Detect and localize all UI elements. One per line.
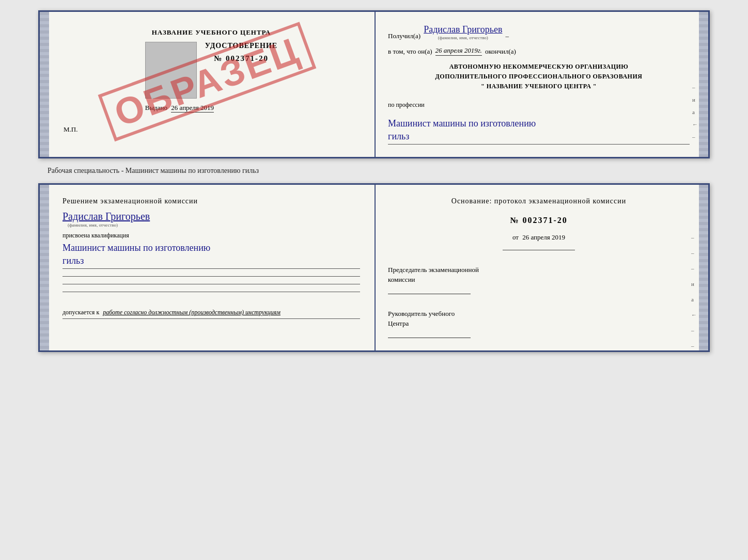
vibano-prefix: Выдано bbox=[145, 104, 167, 111]
udostoverenie-label: УДОСТОВЕРЕНИЕ bbox=[205, 42, 277, 50]
rukovoditel-block: Руководитель учебного Центра bbox=[388, 309, 690, 338]
top-doc-left: НАЗВАНИЕ УЧЕБНОГО ЦЕНТРА УДОСТОВЕРЕНИЕ №… bbox=[40, 12, 376, 157]
cert-number-top: № 002371-20 bbox=[205, 54, 277, 63]
osnovanie-title: Основание: протокол экзаменационной коми… bbox=[388, 197, 690, 205]
bottom-recipient-name: Радислав Григорьев bbox=[63, 211, 150, 222]
school-name-top: НАЗВАНИЕ УЧЕБНОГО ЦЕНТРА bbox=[145, 28, 277, 37]
dopuskaetsya-prefix: допускается к bbox=[63, 309, 99, 316]
poluchil-prefix: Получил(а) bbox=[388, 32, 420, 40]
dopuskaetsya-text: работе согласно должностным (производств… bbox=[103, 309, 280, 316]
ot-prefix: от bbox=[512, 233, 519, 241]
ot-row: от 26 апреля 2019 bbox=[388, 233, 690, 242]
vtom-row: в том, что он(а) 26 апреля 2019г. окончи… bbox=[388, 46, 690, 56]
field-line-2 bbox=[63, 284, 360, 284]
bottom-cert-number: № 002371-20 bbox=[388, 216, 690, 225]
profession-text: Машинист машины по изготовлению гильз bbox=[388, 117, 690, 145]
side-marks-top: – и а ← – bbox=[692, 84, 698, 140]
vibano-date: 26 апреля 2019 bbox=[171, 104, 214, 113]
predsedatel-line1: Председатель экзаменационной bbox=[388, 265, 690, 275]
bottom-name-sublabel: (фамилия, имя, отчество) bbox=[68, 222, 118, 228]
vtom-date: 26 апреля 2019г. bbox=[435, 46, 482, 56]
bottom-doc-left: Решением экзаменационной комиссии Радисл… bbox=[40, 185, 376, 350]
field-line-1 bbox=[63, 276, 360, 277]
name-sublabel: (фамилия, имя, отчество) bbox=[438, 35, 488, 40]
profession-label: по профессии bbox=[388, 101, 690, 109]
prisvoena-label: присвоена квалификация bbox=[63, 232, 360, 239]
bottom-qualification: Машинист машины по изготовлению гильз bbox=[63, 242, 360, 269]
mp-label: М.П. bbox=[58, 125, 77, 134]
field-line-4 bbox=[63, 318, 360, 319]
top-doc-right: Получил(а) Радислав Григорьев (фамилия, … bbox=[376, 12, 708, 157]
org-line3: " НАЗВАНИЕ УЧЕБНОГО ЦЕНТРА " bbox=[388, 82, 690, 91]
ot-date: 26 апреля 2019 bbox=[522, 233, 565, 241]
vtom-suffix: окончил(а) bbox=[485, 47, 516, 56]
dopuskaetsya-row: допускается к работе согласно должностны… bbox=[63, 293, 360, 316]
rukovoditel-line1: Руководитель учебного bbox=[388, 309, 690, 319]
between-label: Рабочая специальность - Машинист машины … bbox=[48, 167, 259, 175]
predsedatel-block: Председатель экзаменационной комиссии bbox=[388, 265, 690, 294]
rukovoditel-line2: Центра bbox=[388, 318, 690, 329]
resheniem-title: Решением экзаменационной комиссии bbox=[63, 197, 360, 205]
vibano-row: Выдано 26 апреля 2019 bbox=[145, 104, 277, 112]
field-line-3 bbox=[63, 292, 360, 292]
recipient-name: Радислав Григорьев bbox=[424, 24, 502, 35]
side-marks-bottom-right: – – – и а ← – – – – bbox=[691, 234, 697, 350]
predsedatel-signature bbox=[388, 287, 471, 294]
vtom-prefix: в том, что он(а) bbox=[388, 47, 432, 56]
predsedatel-line2: комиссии bbox=[388, 275, 690, 285]
org-line2: ДОПОЛНИТЕЛЬНОГО ПРОФЕССИОНАЛЬНОГО ОБРАЗО… bbox=[388, 72, 690, 82]
poluchil-row: Получил(а) Радислав Григорьев (фамилия, … bbox=[388, 24, 690, 40]
top-document: НАЗВАНИЕ УЧЕБНОГО ЦЕНТРА УДОСТОВЕРЕНИЕ №… bbox=[38, 10, 710, 158]
org-line1: АВТОНОМНУЮ НЕКОММЕРЧЕСКУЮ ОРГАНИЗАЦИЮ bbox=[388, 62, 690, 72]
org-block: АВТОНОМНУЮ НЕКОММЕРЧЕСКУЮ ОРГАНИЗАЦИЮ ДО… bbox=[388, 62, 690, 92]
bottom-document: Решением экзаменационной комиссии Радисл… bbox=[38, 183, 710, 352]
bottom-doc-right: Основание: протокол экзаменационной коми… bbox=[376, 185, 708, 350]
rukovoditel-signature bbox=[388, 331, 471, 338]
dash: – bbox=[505, 32, 509, 40]
photo-placeholder bbox=[145, 42, 197, 99]
